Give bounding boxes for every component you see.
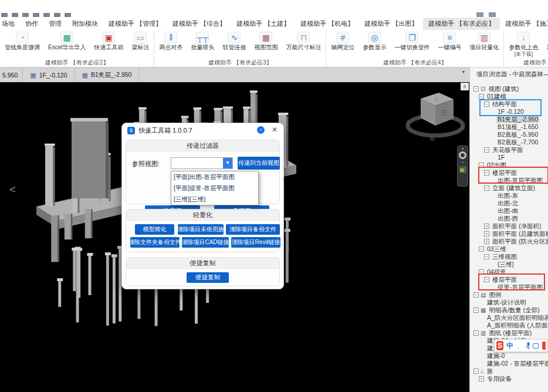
tree-item[interactable]: +面积平面 (净面积): [484, 222, 542, 230]
tree-item[interactable]: −▥图纸 (楼层平面): [473, 329, 533, 337]
collapse-toggle-icon[interactable]: −: [479, 163, 484, 168]
tree-item[interactable]: −02出图: [479, 161, 508, 169]
ribbon-tab[interactable]: 建模助手 【管理】: [103, 18, 167, 30]
collapse-toggle-icon[interactable]: −: [479, 246, 484, 252]
collapse-toggle-icon[interactable]: −: [473, 369, 479, 374]
模型简化-button[interactable]: 模型简化: [135, 224, 174, 235]
tree-item[interactable]: −楼层平面: [484, 276, 518, 283]
tree-item[interactable]: −01建模: [479, 93, 508, 100]
collapse-toggle-icon[interactable]: −: [479, 94, 484, 99]
万能尺寸标注-button[interactable]: ⊓万能尺寸标注: [285, 31, 322, 51]
项目轻量化-button[interactable]: ▥项目轻量化: [468, 31, 500, 51]
清除文件夹备份文件-button[interactable]: 清除文件夹备份文件: [130, 237, 180, 248]
净高测量-button[interactable]: ⇕净高测量: [545, 31, 548, 51]
tree-item[interactable]: −▤图例: [473, 291, 502, 299]
transfer-to-current-view-button[interactable]: 传递到当前视图: [238, 157, 280, 170]
tree-item[interactable]: B1顶板_-1.650: [489, 123, 539, 131]
tree-item[interactable]: −04提资: [479, 268, 508, 276]
dialog-titlebar[interactable]: 6 快速工具箱 1.0.0.7 ‹ ✕: [122, 123, 283, 137]
清除项目CAD链接-button[interactable]: 清除项目CAD链接: [182, 237, 229, 248]
dialog-close-icon[interactable]: ✕: [272, 126, 278, 134]
tree-item[interactable]: −03三维: [479, 245, 508, 253]
collapse-toggle-icon[interactable]: −: [473, 307, 479, 313]
ribbon-tab[interactable]: 建模助手 【机电】: [295, 18, 359, 30]
view-tab[interactable]: ▦B1夹层_-2.950: [75, 68, 140, 82]
tree-item[interactable]: −立面 (建筑立面): [484, 184, 536, 192]
ribbon-tab[interactable]: 建模助手 【出图】: [359, 18, 423, 30]
expand-toggle-icon[interactable]: +: [484, 224, 489, 229]
combo-dropdown-arrow-icon[interactable]: ▼: [223, 158, 232, 168]
tree-item[interactable]: 1F: [489, 154, 506, 161]
steering-wheel-icon[interactable]: [459, 151, 466, 159]
view-tabs-caret-icon[interactable]: ▾: [462, 69, 465, 75]
collapse-toggle-icon[interactable]: −: [484, 277, 489, 282]
collapse-toggle-icon[interactable]: −: [473, 86, 479, 92]
清除项目备份文件-button[interactable]: 清除项目备份文件: [226, 224, 280, 235]
collapse-toggle-icon[interactable]: −: [473, 330, 479, 336]
keyboard-icon[interactable]: [533, 343, 539, 349]
dropdown-item[interactable]: [平面]提资-首层平面图: [171, 183, 258, 194]
tree-item[interactable]: A_面积明细表 (人防面积): [479, 322, 548, 329]
canvas-scroll-up-arrow[interactable]: ∧: [461, 83, 469, 90]
清除项目Revit链接-button[interactable]: 清除项目Revit链接: [231, 237, 280, 248]
tree-item[interactable]: +面积平面 (总建筑面积): [484, 230, 548, 238]
tree-item[interactable]: −▦明细表/数量 (全部): [473, 306, 541, 314]
collapse-toggle-icon[interactable]: −: [473, 292, 479, 298]
quick-access-toolbar[interactable]: [1, 13, 71, 17]
collapse-toggle-icon[interactable]: −: [484, 254, 489, 259]
navigation-bar[interactable]: ▾: [457, 146, 468, 187]
collapse-toggle-icon[interactable]: −: [484, 147, 489, 153]
expand-toggle-icon[interactable]: +: [479, 376, 484, 381]
tree-item[interactable]: −楼层平面: [484, 169, 518, 177]
视图范围-button[interactable]: ▦视图范围: [253, 31, 279, 51]
tree-item[interactable]: B1夹层_-2.950: [489, 116, 539, 123]
梁标注-button[interactable]: ▭梁标注: [130, 31, 150, 51]
viewcube[interactable]: ✦ 东 南 上 左: [401, 87, 469, 146]
两点对齐-button[interactable]: ‖两点对齐: [158, 31, 184, 51]
软管连接-button[interactable]: ∿软管连接: [221, 31, 247, 51]
navbar-caret-icon[interactable]: ▾: [462, 161, 464, 164]
tree-item[interactable]: −⌂族: [473, 367, 495, 375]
view-tab[interactable]: 5.950: [0, 68, 23, 82]
dropdown-item[interactable]: [三维]{三维}: [171, 194, 258, 205]
tree-item[interactable]: B2底板_-5.950: [489, 131, 539, 138]
tree-item[interactable]: {三维}: [489, 261, 515, 268]
tree-item[interactable]: −结构平面: [484, 100, 518, 108]
tree-item[interactable]: B2底板_-7.700: [489, 138, 539, 146]
tree-item[interactable]: −⊡视图 (建筑): [473, 85, 520, 93]
tree-item[interactable]: 出图-东: [489, 192, 519, 200]
reference-view-combobox[interactable]: ▼: [171, 157, 233, 169]
ribbon-tab[interactable]: 建模助手 【施工】: [500, 18, 548, 30]
collapse-chevron-icon[interactable]: <: [9, 183, 16, 196]
convenient-copy-button[interactable]: 便捷复制: [187, 272, 229, 283]
collapse-toggle-icon[interactable]: −: [484, 102, 489, 107]
input-method-toolbar[interactable]: S 中 、: [494, 339, 548, 352]
ribbon-right-icons[interactable]: [476, 12, 496, 17]
tree-item[interactable]: −三维视图: [484, 253, 518, 261]
一键切换管件-button[interactable]: ❐一键切换管件: [393, 31, 431, 51]
ribbon-tab[interactable]: 协作: [20, 18, 43, 30]
collapse-toggle-icon[interactable]: −: [484, 170, 489, 175]
ribbon-tab[interactable]: 附加模块: [67, 18, 103, 30]
清除项目未使用族-button[interactable]: 清除项目未使用族: [178, 224, 224, 235]
tree-item[interactable]: 出图-北: [489, 200, 519, 207]
ime-language-mode[interactable]: 中: [506, 341, 513, 351]
collapse-toggle-icon[interactable]: −: [484, 185, 489, 191]
tree-item[interactable]: 出图-首层平面图: [489, 177, 544, 184]
tree-item[interactable]: 1F -0.120: [489, 108, 525, 116]
ribbon-tab[interactable]: 建模助手 【有求必应】: [423, 18, 500, 30]
tree-item[interactable]: 出图-南: [489, 207, 519, 215]
dialog-collapse-icon[interactable]: ‹: [257, 126, 265, 134]
collapse-toggle-icon[interactable]: −: [479, 269, 484, 275]
ime-punctuation-icon[interactable]: 、: [516, 342, 523, 350]
ribbon-tab[interactable]: 管理: [43, 18, 67, 30]
expand-toggle-icon[interactable]: +: [484, 239, 489, 244]
tree-item[interactable]: 提资-首层平面图: [489, 283, 544, 291]
zoom-region-icon[interactable]: [459, 166, 466, 173]
ribbon-tab[interactable]: 建模助手 【综合】: [167, 18, 231, 30]
tree-item[interactable]: A_防火分区面积明细表: [479, 314, 548, 322]
轴网定位-button[interactable]: #轴网定位: [330, 31, 356, 51]
管线角度微调-button[interactable]: ◔管线角度微调: [4, 31, 41, 51]
ime-toolbox-icon[interactable]: [542, 342, 546, 350]
ribbon-tab[interactable]: 建模助手 【土建】: [231, 18, 295, 30]
